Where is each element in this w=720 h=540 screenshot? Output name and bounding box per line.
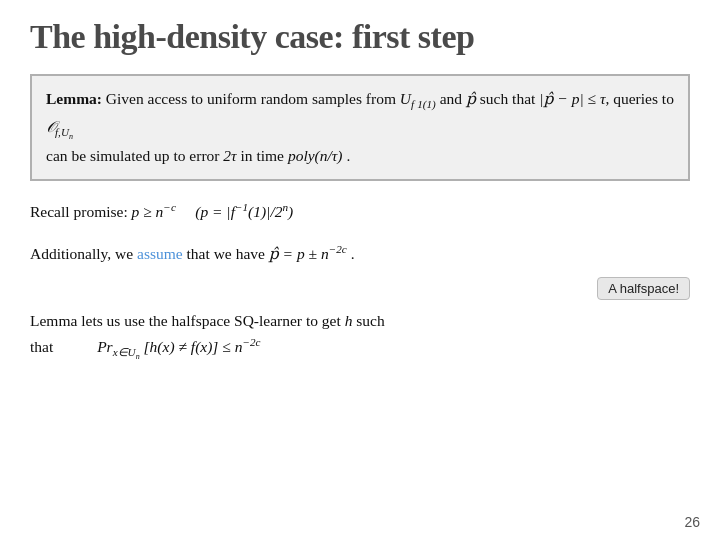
- lemma-text-before: Given access to uniform random samples f…: [46, 90, 674, 169]
- slide-title: The high-density case: first step: [30, 18, 690, 56]
- lemma-bottom: Lemma lets us use the halfspace SQ-learn…: [30, 308, 690, 364]
- recall-line: Recall promise: p ≥ n−c (p = |f−1(1)|/2n…: [30, 199, 690, 225]
- additionally-expr: p̂ = p ± n−2c: [269, 245, 351, 262]
- lemma-bottom-text2: such: [356, 312, 384, 329]
- slide-number: 26: [684, 514, 700, 530]
- recall-expr: p ≥ n−c (p = |f−1(1)|/2n): [132, 203, 294, 220]
- additionally-period: .: [351, 245, 355, 262]
- recall-prefix: Recall promise:: [30, 203, 132, 220]
- slide: The high-density case: first step Lemma:…: [0, 0, 720, 540]
- uf-expr: Uf 1(1): [400, 90, 436, 107]
- lemma-line2: can be simulated up to error 2τ in time …: [46, 143, 674, 169]
- additionally-line: Additionally, we assume that we have p̂ …: [30, 241, 690, 267]
- inequality-expr: |p̂ − p| ≤ τ: [539, 90, 605, 107]
- oracle-expr: 𝒪f,Un: [46, 118, 73, 135]
- prob-expr: Prx∈Un [h(x) ≠ f(x)] ≤ n−2c: [97, 338, 260, 355]
- additionally-suffix: that we have: [187, 245, 269, 262]
- additionally-prefix: Additionally, we: [30, 245, 137, 262]
- p-hat-expr: p̂: [466, 90, 476, 107]
- lemma-bottom-text1: Lemma lets us use the halfspace SQ-learn…: [30, 312, 345, 329]
- assume-word: assume: [137, 245, 183, 262]
- halfspace-badge: A halfspace!: [597, 277, 690, 300]
- lemma-box: Lemma: Given access to uniform random sa…: [30, 74, 690, 181]
- lemma-label: Lemma:: [46, 90, 102, 107]
- h-expr: h: [345, 312, 353, 329]
- lemma-bottom-that: that: [30, 338, 53, 355]
- halfspace-badge-row: A halfspace!: [30, 277, 690, 300]
